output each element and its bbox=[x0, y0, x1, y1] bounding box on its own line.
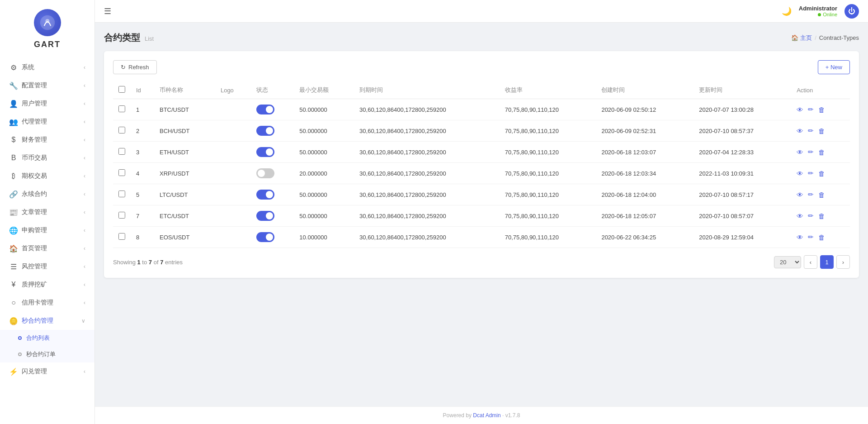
sidebar-item-credit[interactable]: ○ 信用卡管理 ‹ bbox=[0, 294, 94, 312]
sidebar-subitem-contract-list[interactable]: 合约列表 bbox=[0, 330, 94, 346]
delete-icon-3[interactable]: 🗑 bbox=[818, 148, 825, 156]
row-action-1: 👁 ✏ 🗑 bbox=[791, 99, 850, 120]
nav-arrow-finance: ‹ bbox=[84, 137, 85, 143]
view-icon-8[interactable]: 👁 bbox=[797, 233, 803, 241]
row-logo-5 bbox=[215, 184, 251, 205]
breadcrumb-home[interactable]: 🏠 主页 bbox=[791, 34, 812, 42]
delete-icon-7[interactable]: 🗑 bbox=[818, 212, 825, 220]
sidebar-item-subscribe[interactable]: 🌐 申购管理 ‹ bbox=[0, 221, 94, 239]
sidebar-item-finance[interactable]: $ 财务管理 ‹ bbox=[0, 131, 94, 149]
delete-icon-1[interactable]: 🗑 bbox=[818, 106, 825, 114]
table-row: 4 XRP/USDT 20.000000 30,60,120,86400,172… bbox=[113, 163, 850, 184]
edit-icon-7[interactable]: ✏ bbox=[808, 212, 814, 220]
sidebar-item-crypto[interactable]: B 币币交易 ‹ bbox=[0, 149, 94, 167]
row-updated-8: 2020-08-29 12:59:04 bbox=[693, 227, 791, 248]
toggle-4[interactable] bbox=[256, 168, 274, 178]
row-checkbox-1[interactable] bbox=[118, 105, 125, 112]
dark-mode-icon[interactable]: 🌙 bbox=[782, 6, 792, 16]
row-rate-1: 70,75,80,90,110,120 bbox=[500, 99, 596, 120]
sidebar-item-system[interactable]: ⚙ 系统 ‹ bbox=[0, 58, 94, 76]
row-checkbox-4[interactable] bbox=[118, 169, 125, 176]
refresh-button[interactable]: ↻ Refresh bbox=[113, 60, 157, 74]
sidebar-item-flash[interactable]: ⚡ 闪兑管理 ‹ bbox=[0, 362, 94, 381]
next-page-button[interactable]: › bbox=[836, 255, 850, 269]
sidebar-item-mining[interactable]: ¥ 质押挖矿 ‹ bbox=[0, 276, 94, 294]
sidebar-subitem-contract-order[interactable]: 秒合约订单 bbox=[0, 346, 94, 362]
toggle-8[interactable] bbox=[256, 232, 274, 242]
nav-label-article: 文章管理 bbox=[22, 208, 84, 216]
nav-icon-finance: $ bbox=[9, 135, 18, 144]
row-updated-5: 2020-07-10 08:57:17 bbox=[693, 184, 791, 205]
power-button[interactable]: ⏻ bbox=[844, 4, 859, 19]
view-icon-3[interactable]: 👁 bbox=[797, 148, 803, 156]
nav-label-system: 系统 bbox=[22, 63, 84, 71]
sidebar-item-user[interactable]: 👤 用户管理 ‹ bbox=[0, 95, 94, 113]
nav-label-mining: 质押挖矿 bbox=[22, 281, 84, 289]
sidebar-item-risk[interactable]: ☰ 风控管理 ‹ bbox=[0, 257, 94, 276]
pagination-area: Showing 1 to 7 of 7 entries 102050100 ‹ … bbox=[113, 255, 850, 269]
page-1-button[interactable]: 1 bbox=[820, 255, 834, 269]
toggle-5[interactable] bbox=[256, 190, 274, 200]
row-rate-5: 70,75,80,90,110,120 bbox=[500, 184, 596, 205]
sub-dot-contract-order bbox=[18, 353, 22, 356]
view-icon-2[interactable]: 👁 bbox=[797, 127, 803, 135]
row-name-1: BTC/USDT bbox=[154, 99, 215, 120]
sidebar-item-second_contract[interactable]: 🪙 秒合约管理 ∨ bbox=[0, 312, 94, 330]
sidebar-item-config[interactable]: 🔧 配置管理 ‹ bbox=[0, 76, 94, 95]
delete-icon-8[interactable]: 🗑 bbox=[818, 233, 825, 241]
nav-icon-second_contract: 🪙 bbox=[9, 316, 18, 325]
sidebar-item-article[interactable]: 📰 文章管理 ‹ bbox=[0, 203, 94, 221]
footer-link[interactable]: Dcat Admin bbox=[473, 412, 500, 419]
row-name-5: LTC/USDT bbox=[154, 184, 215, 205]
edit-icon-1[interactable]: ✏ bbox=[808, 105, 814, 114]
edit-icon-3[interactable]: ✏ bbox=[808, 148, 814, 156]
row-status-8 bbox=[251, 227, 294, 248]
sidebar-item-agent[interactable]: 👥 代理管理 ‹ bbox=[0, 113, 94, 131]
view-icon-7[interactable]: 👁 bbox=[797, 212, 803, 220]
pagination-to: 7 bbox=[149, 259, 152, 266]
new-button[interactable]: + New bbox=[818, 60, 850, 74]
toggle-1[interactable] bbox=[256, 105, 274, 114]
nav-arrow-risk: ‹ bbox=[84, 263, 85, 270]
view-icon-1[interactable]: 👁 bbox=[797, 106, 803, 114]
toggle-7[interactable] bbox=[256, 211, 274, 221]
edit-icon-8[interactable]: ✏ bbox=[808, 233, 814, 241]
view-icon-5[interactable]: 👁 bbox=[797, 191, 803, 199]
view-icon-4[interactable]: 👁 bbox=[797, 170, 803, 177]
to-text: to bbox=[142, 259, 148, 266]
row-logo-4 bbox=[215, 163, 251, 184]
row-checkbox-2[interactable] bbox=[118, 127, 125, 133]
menu-toggle-icon[interactable]: ☰ bbox=[104, 6, 111, 16]
row-checkbox-5[interactable] bbox=[118, 191, 125, 197]
row-checkbox-3[interactable] bbox=[118, 148, 125, 155]
row-checkbox-7[interactable] bbox=[118, 212, 125, 219]
row-checkbox-8[interactable] bbox=[118, 233, 125, 240]
action-icons-3: 👁 ✏ 🗑 bbox=[797, 148, 844, 156]
select-all-checkbox[interactable] bbox=[118, 86, 125, 93]
sidebar-brand: GART bbox=[34, 40, 61, 49]
nav-icon-homepage: 🏠 bbox=[9, 244, 18, 253]
toggle-2[interactable] bbox=[256, 126, 274, 136]
nav-icon-agent: 👥 bbox=[9, 117, 18, 126]
nav-arrow-credit: ‹ bbox=[84, 300, 85, 306]
table-row: 1 BTC/USDT 50.000000 30,60,120,86400,172… bbox=[113, 99, 850, 120]
sidebar-item-homepage[interactable]: 🏠 首页管理 ‹ bbox=[0, 239, 94, 257]
row-created-4: 2020-06-18 12:03:34 bbox=[596, 163, 693, 184]
page-size-select[interactable]: 102050100 bbox=[774, 256, 801, 268]
edit-icon-5[interactable]: ✏ bbox=[808, 191, 814, 199]
delete-icon-2[interactable]: 🗑 bbox=[818, 127, 825, 135]
row-created-2: 2020-06-09 02:52:31 bbox=[596, 120, 693, 142]
edit-icon-2[interactable]: ✏ bbox=[808, 127, 814, 135]
sidebar-item-perpetual[interactable]: 🔗 永续合约 ‹ bbox=[0, 185, 94, 203]
sidebar-item-options[interactable]: ₿ 期权交易 ‹ bbox=[0, 167, 94, 185]
toggle-3[interactable] bbox=[256, 147, 274, 157]
row-mintrade-3: 50.000000 bbox=[294, 142, 354, 163]
page-header: 合约类型 List 🏠 主页 / Contract-Types bbox=[104, 32, 859, 44]
edit-icon-4[interactable]: ✏ bbox=[808, 169, 814, 177]
delete-icon-4[interactable]: 🗑 bbox=[818, 170, 825, 177]
prev-page-button[interactable]: ‹ bbox=[804, 255, 817, 269]
delete-icon-5[interactable]: 🗑 bbox=[818, 191, 825, 199]
nav-arrow-user: ‹ bbox=[84, 100, 85, 107]
col-min-trade: 最小交易额 bbox=[294, 81, 354, 99]
row-updated-2: 2020-07-10 08:57:37 bbox=[693, 120, 791, 142]
